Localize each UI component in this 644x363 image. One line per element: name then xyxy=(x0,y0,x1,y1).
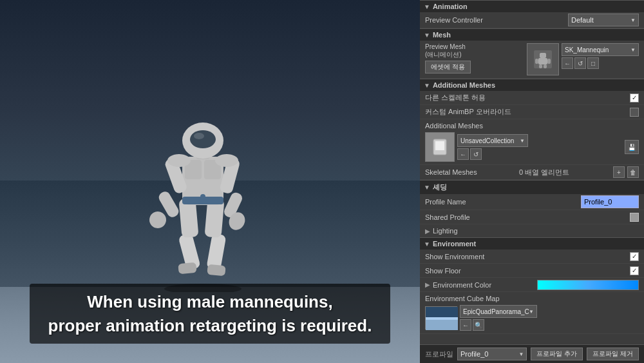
shared-profile-checkbox[interactable] xyxy=(630,213,639,222)
skeletal-meshes-add-button[interactable]: + xyxy=(613,166,625,178)
mesh-thumbnail xyxy=(527,43,559,75)
bottom-profile-value: Profile_0 xyxy=(460,350,488,358)
mesh-controls: SK_Mannequin ▼ ← ↺ □ xyxy=(562,43,639,69)
additional-meshes-arrow: ▼ xyxy=(424,82,430,89)
environment-cube-map-dropdown[interactable]: EpicQuadPanorama_CC+EV1 ▼ xyxy=(460,305,537,318)
svg-rect-35 xyxy=(426,317,458,320)
preview-controller-row: Preview Controller Default ▼ xyxy=(420,12,644,28)
environment-section-label: Environment xyxy=(433,240,476,248)
environment-cube-map-thumbnail xyxy=(425,306,457,329)
additional-meshes-controls: UnsavedCollection ▼ ← ↺ 💾 xyxy=(425,132,639,162)
custom-animbp-row: 커스텀 AnimBP 오버라이드 xyxy=(420,105,644,119)
svg-rect-32 xyxy=(435,141,444,150)
add-profile-button[interactable]: 프로파일 추가 xyxy=(531,348,583,360)
mesh-back-button[interactable]: ← xyxy=(562,57,573,69)
show-environment-row: Show Environment xyxy=(420,250,644,264)
svg-point-18 xyxy=(194,133,204,139)
panel-body: ▼ Animation Preview Controller Default ▼… xyxy=(420,0,644,344)
chevron-down-icon: ▼ xyxy=(520,138,525,144)
show-floor-checkbox[interactable] xyxy=(630,266,639,275)
diff-skeleton-label: 다른 스켈레톤 허용 xyxy=(425,93,630,103)
shared-profile-label: Shared Profile xyxy=(425,213,630,221)
mesh-asset-area: SK_Mannequin ▼ ← ↺ □ xyxy=(527,43,639,75)
shading-arrow: ▼ xyxy=(424,184,430,191)
mesh-preview-area: Preview Mesh (애니메이션) 에셋에 적용 xyxy=(425,43,471,74)
lighting-row: ▶ Lighting xyxy=(420,224,644,237)
skeletal-meshes-label: Skeletal Meshes xyxy=(425,168,516,176)
svg-rect-34 xyxy=(426,319,458,330)
additional-meshes-thumbnail xyxy=(425,132,455,162)
preview-mesh-row: Preview Mesh (애니메이션) 에셋에 적용 xyxy=(420,41,644,79)
svg-point-19 xyxy=(215,154,238,167)
additional-meshes-mini-buttons: ← ↺ xyxy=(457,148,528,160)
mesh-row-inner: Preview Mesh (애니메이션) 에셋에 적용 xyxy=(425,43,639,75)
env-cube-map-name: EpicQuadPanorama_CC+EV1 xyxy=(463,308,529,315)
add-profile-label: 프로파일 추가 xyxy=(536,350,577,357)
additional-meshes-back-button[interactable]: ← xyxy=(457,148,469,160)
profile-bar-label: 프로파일 xyxy=(425,349,453,359)
mesh-arrow: ▼ xyxy=(424,32,430,39)
mesh-name-dropdown[interactable]: SK_Mannequin ▼ xyxy=(562,43,639,56)
show-environment-checkbox[interactable] xyxy=(630,252,639,261)
chevron-down-icon: ▼ xyxy=(529,309,534,315)
preview-controller-dropdown-text: Default xyxy=(571,16,594,24)
env-cube-back-button[interactable]: ← xyxy=(460,319,471,331)
svg-point-23 xyxy=(200,194,205,199)
mesh-section-header: ▼ Mesh xyxy=(420,28,644,41)
additional-meshes-save-button[interactable]: 💾 xyxy=(625,140,639,154)
remove-profile-label: 프로파일 제거 xyxy=(592,350,633,357)
profile-name-label: Profile Name xyxy=(425,198,581,206)
environment-color-label: Environment Color xyxy=(433,281,535,289)
animation-arrow: ▼ xyxy=(424,3,430,10)
custom-animbp-value xyxy=(630,108,639,117)
remove-profile-button[interactable]: 프로파일 제거 xyxy=(587,348,639,360)
bottom-profile-dropdown[interactable]: Profile_0 ▼ xyxy=(457,348,527,360)
apply-btn-label: 에셋에 적용 xyxy=(431,63,465,72)
svg-point-20 xyxy=(167,154,191,167)
additional-meshes-name-controls: UnsavedCollection ▼ ← ↺ xyxy=(457,134,528,160)
mesh-section-label: Mesh xyxy=(433,31,451,39)
shared-profile-row: Shared Profile xyxy=(420,210,644,224)
show-floor-row: Show Floor xyxy=(420,264,644,278)
environment-color-row: ▶ Environment Color xyxy=(420,278,644,292)
environment-cube-map-row: Environment Cube Map EpicQuadPanorama_CC… xyxy=(420,292,644,334)
bottom-bar: 프로파일 Profile_0 ▼ 프로파일 추가 프로파일 제거 xyxy=(420,344,644,363)
profile-name-value xyxy=(581,195,639,208)
animation-section-label: Animation xyxy=(433,3,468,10)
diff-skeleton-checkbox[interactable] xyxy=(630,93,639,103)
svg-rect-28 xyxy=(547,59,551,64)
additional-meshes-name-text: UnsavedCollection xyxy=(460,137,514,144)
preview-mesh-label-text: Preview Mesh xyxy=(425,43,466,50)
env-cube-name-controls: EpicQuadPanorama_CC+EV1 ▼ ← 🔍 xyxy=(460,305,537,331)
preview-controller-label: Preview Controller xyxy=(425,16,568,24)
additional-meshes-dropdown[interactable]: UnsavedCollection ▼ xyxy=(457,134,528,147)
skeletal-meshes-row: Skeletal Meshes 0 배열 엘리먼트 + 🗑 xyxy=(420,165,644,180)
animation-section-header: ▼ Animation xyxy=(420,0,644,12)
skeletal-meshes-remove-button[interactable]: 🗑 xyxy=(627,166,639,178)
svg-point-17 xyxy=(190,130,216,148)
subtitle-box: When using male mannequins, proper anima… xyxy=(30,284,390,344)
env-color-triangle: ▶ xyxy=(425,281,430,288)
apply-button[interactable]: 에셋에 적용 xyxy=(425,61,471,74)
additional-meshes-refresh-button[interactable]: ↺ xyxy=(470,148,482,160)
profile-name-input[interactable] xyxy=(581,195,639,208)
env-cube-mini-buttons: ← 🔍 xyxy=(460,319,537,331)
env-cube-search-button[interactable]: 🔍 xyxy=(473,319,484,331)
custom-animbp-checkbox[interactable] xyxy=(630,108,639,117)
chevron-down-icon: ▼ xyxy=(519,351,524,357)
svg-rect-21 xyxy=(207,264,225,276)
environment-cube-map-controls: EpicQuadPanorama_CC+EV1 ▼ ← 🔍 xyxy=(425,305,639,331)
additional-meshes-section-header: ▼ Additional Meshes xyxy=(420,79,644,91)
preview-mesh-sublabel-text: (애니메이션) xyxy=(425,51,462,58)
viewport: When using male mannequins, proper anima… xyxy=(0,0,420,363)
mesh-open-button[interactable]: □ xyxy=(587,57,599,69)
color-bar[interactable] xyxy=(537,280,639,290)
show-floor-value xyxy=(630,266,639,275)
mesh-refresh-button[interactable]: ↺ xyxy=(574,57,586,69)
preview-controller-dropdown[interactable]: Default ▼ xyxy=(568,14,639,26)
diff-skeleton-row: 다른 스켈레톤 허용 xyxy=(420,91,644,105)
chevron-down-icon: ▼ xyxy=(630,17,636,23)
subtitle-line1: When using male mannequins, xyxy=(87,292,332,311)
svg-rect-1 xyxy=(206,233,226,271)
custom-animbp-label: 커스텀 AnimBP 오버라이드 xyxy=(425,107,630,117)
